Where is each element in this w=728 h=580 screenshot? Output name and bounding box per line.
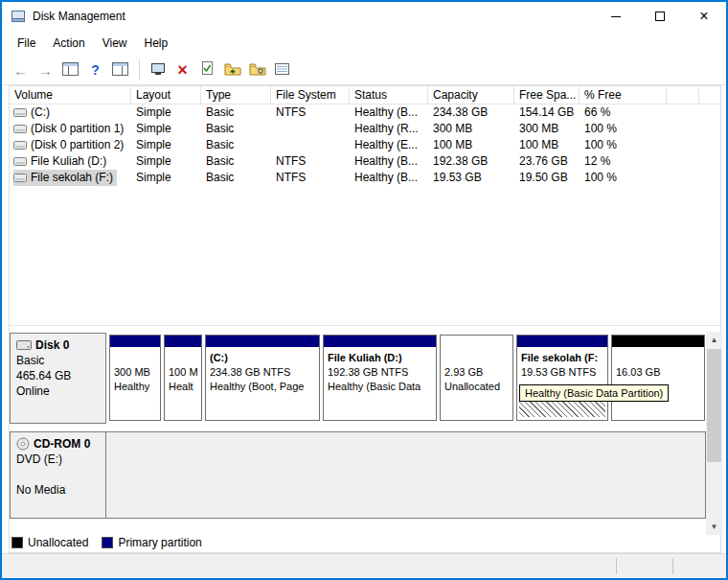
partition-unallocated-1603[interactable]: 16.03 GB <box>611 335 705 421</box>
partition-unallocated-293[interactable]: 2.93 GB Unallocated <box>440 335 513 421</box>
menu-action[interactable]: Action <box>44 33 93 54</box>
open-button[interactable] <box>195 58 219 82</box>
legend: Unallocated Primary partition <box>11 536 216 549</box>
close-icon: × <box>699 9 708 24</box>
partition-d[interactable]: File Kuliah (D:) 192.38 GB NTFS Healthy … <box>323 335 437 421</box>
partition-size: 16.03 GB <box>612 365 704 380</box>
cell-volume: (C:) <box>10 104 131 121</box>
minimize-button[interactable] <box>594 2 638 31</box>
toolbar: ← → ? × <box>2 56 726 85</box>
disk0-title: Disk 0 <box>16 337 105 353</box>
cell-volume: File Kuliah (D:) <box>10 153 131 170</box>
cell-capacity: 300 MB <box>428 121 514 137</box>
up-folder-button[interactable] <box>220 58 244 82</box>
help-button[interactable]: ? <box>83 58 107 82</box>
up-folder-icon <box>224 62 241 79</box>
properties-button[interactable] <box>146 58 170 82</box>
partition-size: 192.38 GB NTFS <box>324 365 436 380</box>
cell-capacity: 100 MB <box>428 137 514 153</box>
legend-item-primary-partition: Primary partition <box>102 536 201 549</box>
cell-pct-free: 100 % <box>580 170 667 186</box>
show-console-tree-button[interactable] <box>58 58 82 82</box>
column-header-layout[interactable]: Layout <box>131 86 201 104</box>
partition-300mb[interactable]: 300 MB Healthy <box>109 335 161 421</box>
scroll-down-icon: ▼ <box>711 522 718 531</box>
disk0-size: 465.64 GB <box>16 368 105 383</box>
scroll-up-icon: ▲ <box>711 336 718 344</box>
partition-size: 234.38 GB NTFS <box>206 365 319 380</box>
cell-layout: Simple <box>131 170 201 186</box>
forward-button[interactable]: → <box>34 58 57 82</box>
partition-label: File sekolah (F: <box>517 351 607 365</box>
volume-name: (Disk 0 partition 1) <box>31 121 124 137</box>
cell-type: Basic <box>201 121 271 137</box>
disk-icon <box>16 339 32 351</box>
primary-partition-swatch-icon <box>102 537 113 548</box>
scroll-up-button[interactable]: ▲ <box>706 332 722 348</box>
cdrom-title: CD-ROM 0 <box>16 436 105 452</box>
column-header-pct-free[interactable]: % Free <box>580 86 667 104</box>
cd-icon <box>16 437 30 451</box>
volume-name: (Disk 0 partition 2) <box>31 137 124 153</box>
volume-name: File Kuliah (D:) <box>31 153 106 170</box>
disk0-panel[interactable]: Disk 0 Basic 465.64 GB Online <box>10 333 106 424</box>
volume-row-d[interactable]: File Kuliah (D:) Simple Basic NTFS Healt… <box>10 153 720 170</box>
cdrom-media-area[interactable] <box>106 432 705 518</box>
cell-pct-free: 66 % <box>580 104 667 121</box>
cell-layout: Simple <box>131 121 201 137</box>
menu-view[interactable]: View <box>94 33 136 54</box>
cdrom-drive: DVD (E:) <box>16 452 105 467</box>
cell-capacity: 192.38 GB <box>428 153 514 170</box>
cell-capacity: 19.53 GB <box>428 170 514 186</box>
cdrom-panel[interactable]: CD-ROM 0 DVD (E:) No Media <box>11 432 106 518</box>
column-header-filler <box>699 86 720 104</box>
cell-pct-free: 12 % <box>580 153 667 170</box>
menu-help[interactable]: Help <box>136 33 177 54</box>
menu-file[interactable]: File <box>9 33 44 54</box>
cell-volume: (Disk 0 partition 1) <box>10 121 131 137</box>
volume-row-partition2[interactable]: (Disk 0 partition 2) Simple Basic Health… <box>10 137 720 153</box>
partition-f-selected[interactable]: File sekolah (F: 19.53 GB NTFS <box>516 335 608 421</box>
cdrom-media-status: No Media <box>16 482 105 498</box>
legend-label: Unallocated <box>28 536 88 549</box>
cell-capacity: 234.38 GB <box>428 104 514 121</box>
cell-file-system: NTFS <box>271 104 350 121</box>
list-view-icon <box>275 63 289 78</box>
show-action-pane-button[interactable] <box>108 58 132 82</box>
column-header-blank <box>667 86 699 104</box>
scrollbar-thumb[interactable] <box>707 349 721 462</box>
statusbar-separator <box>616 558 617 574</box>
delete-volume-icon: × <box>177 61 188 79</box>
volume-list: Volume Layout Type File System Status Ca… <box>10 86 720 186</box>
settings-folder-button[interactable] <box>245 58 269 82</box>
list-view-button[interactable] <box>270 58 294 82</box>
vertical-scrollbar[interactable]: ▲ ▼ <box>706 332 722 535</box>
cell-volume: (Disk 0 partition 2) <box>10 137 131 153</box>
close-button[interactable]: × <box>682 2 726 31</box>
partition-status: Healthy (Boot, Page <box>206 380 319 394</box>
cell-type: Basic <box>201 170 271 186</box>
partition-100mb[interactable]: 100 M Healt <box>164 335 202 421</box>
column-header-free-space[interactable]: Free Spa... <box>514 86 580 104</box>
primary-partition-bar <box>324 336 436 347</box>
cell-free-space: 154.14 GB <box>514 104 580 121</box>
maximize-button[interactable] <box>638 2 682 31</box>
partition-c[interactable]: (C:) 234.38 GB NTFS Healthy (Boot, Page <box>205 335 320 421</box>
volume-row-f-selected[interactable]: File sekolah (F:) Simple Basic NTFS Heal… <box>10 170 720 186</box>
window-controls: × <box>594 2 726 31</box>
back-button[interactable]: ← <box>9 58 33 82</box>
volume-name: File sekolah (F:) <box>31 170 113 186</box>
column-header-file-system[interactable]: File System <box>271 86 350 104</box>
cell-type: Basic <box>201 137 271 153</box>
volume-row-c[interactable]: (C:) Simple Basic NTFS Healthy (B... 234… <box>10 104 720 121</box>
delete-volume-button[interactable]: × <box>171 58 194 82</box>
column-header-status[interactable]: Status <box>350 86 428 104</box>
column-header-capacity[interactable]: Capacity <box>428 86 514 104</box>
column-header-volume[interactable]: Volume <box>10 86 131 104</box>
unallocated-bar <box>441 336 512 347</box>
maximize-icon <box>655 12 665 21</box>
cell-layout: Simple <box>131 137 201 153</box>
column-header-type[interactable]: Type <box>201 86 271 104</box>
scroll-down-button[interactable]: ▼ <box>706 519 722 535</box>
volume-row-partition1[interactable]: (Disk 0 partition 1) Simple Basic Health… <box>10 121 720 137</box>
